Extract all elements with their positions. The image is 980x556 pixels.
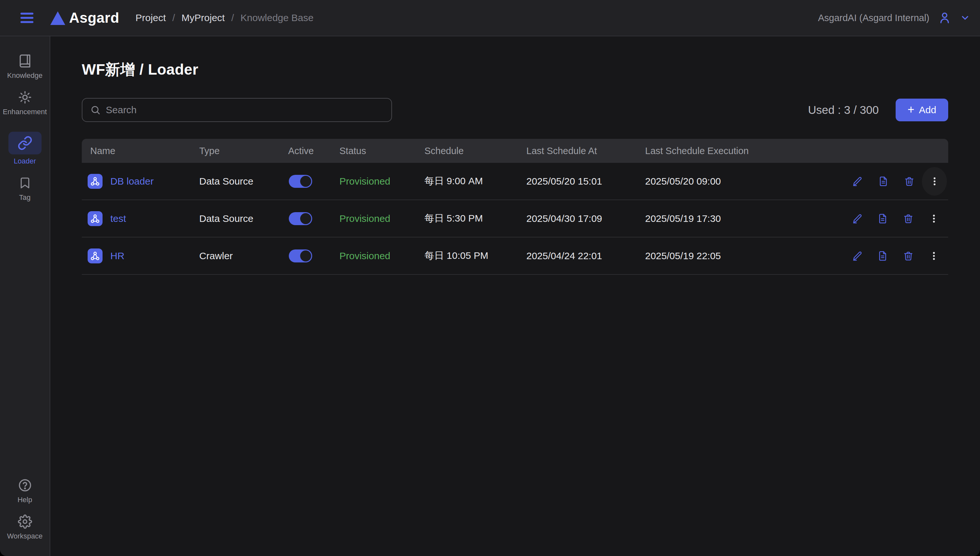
name-cell: HR xyxy=(82,249,199,263)
sidebar-item-loader[interactable]: Loader xyxy=(0,132,50,165)
row-name-link[interactable]: test xyxy=(110,213,126,224)
table-row: HR Crawler Provisioned 每日 10:05 PM 2025/… xyxy=(82,238,948,275)
last-schedule-execution-cell: 2025/05/19 17:30 xyxy=(645,213,851,224)
search-box xyxy=(82,98,392,122)
row-actions xyxy=(851,212,948,226)
hamburger-menu-icon[interactable] xyxy=(21,13,34,23)
breadcrumb-myproject[interactable]: MyProject xyxy=(181,12,225,23)
add-button[interactable]: + Add xyxy=(896,99,948,121)
last-schedule-at-cell: 2025/05/20 15:01 xyxy=(526,176,645,187)
column-header-last-schedule-execution: Last Schedule Execution xyxy=(645,145,851,156)
sidebar-item-label: Enhancement xyxy=(3,108,47,116)
page-title: WF新增 / Loader xyxy=(82,60,948,80)
type-cell: Data Source xyxy=(199,213,288,224)
active-toggle[interactable] xyxy=(289,175,312,188)
loader-knot-icon xyxy=(87,211,102,226)
document-icon[interactable] xyxy=(877,249,888,263)
logo-triangle-icon xyxy=(50,11,65,25)
user-icon[interactable] xyxy=(938,11,951,25)
row-name-link[interactable]: DB loader xyxy=(110,176,154,187)
loader-table: Name Type Active Status Schedule Last Sc… xyxy=(82,139,948,275)
type-cell: Data Source xyxy=(199,176,288,187)
toggle-knob xyxy=(300,251,311,262)
chevron-down-icon[interactable] xyxy=(960,13,970,23)
status-badge: Provisioned xyxy=(340,213,424,224)
kebab-menu-icon[interactable] xyxy=(928,249,940,263)
type-cell: Crawler xyxy=(199,251,288,262)
toolbar: Used : 3 / 300 + Add xyxy=(82,98,948,122)
breadcrumb-project[interactable]: Project xyxy=(136,12,166,23)
search-icon xyxy=(90,105,100,115)
sidebar: Knowledge Enhancement xyxy=(0,36,50,556)
kebab-menu-icon[interactable] xyxy=(928,212,940,226)
logo-text: Asgard xyxy=(69,11,120,25)
search-input[interactable] xyxy=(106,105,383,115)
breadcrumb-knowledge-base: Knowledge Base xyxy=(241,12,314,23)
header-left: Asgard Project / MyProject / Knowledge B… xyxy=(0,11,314,25)
sidebar-item-label: Loader xyxy=(14,157,36,165)
trash-icon[interactable] xyxy=(903,174,915,189)
toggle-knob xyxy=(300,213,311,224)
table-row: test Data Source Provisioned 每日 5:30 PM … xyxy=(82,200,948,238)
edit-pencil-icon[interactable] xyxy=(851,174,863,189)
table-row: DB loader Data Source Provisioned 每日 9:0… xyxy=(82,163,948,200)
link-icon xyxy=(8,132,42,154)
active-toggle[interactable] xyxy=(289,212,312,225)
breadcrumb-separator: / xyxy=(231,12,234,23)
account-label: AsgardAI (Asgard Internal) xyxy=(818,13,929,23)
sidebar-item-label: Workspace xyxy=(7,532,43,540)
sidebar-item-tag[interactable]: Tag xyxy=(0,175,50,202)
active-cell xyxy=(288,212,340,225)
plus-icon: + xyxy=(908,104,914,115)
sidebar-item-help[interactable]: Help xyxy=(0,477,50,504)
kebab-menu-icon[interactable] xyxy=(922,167,947,196)
active-toggle[interactable] xyxy=(289,249,312,262)
edit-pencil-icon[interactable] xyxy=(851,249,863,263)
active-cell xyxy=(288,249,340,262)
row-name-link[interactable]: HR xyxy=(110,251,124,262)
active-cell xyxy=(288,175,340,188)
breadcrumb: Project / MyProject / Knowledge Base xyxy=(136,12,314,23)
last-schedule-at-cell: 2025/04/24 22:01 xyxy=(526,251,645,262)
status-badge: Provisioned xyxy=(340,251,424,262)
app-logo[interactable]: Asgard xyxy=(50,11,120,25)
body-row: Knowledge Enhancement xyxy=(0,36,980,556)
schedule-cell: 每日 10:05 PM xyxy=(424,249,526,262)
trash-icon[interactable] xyxy=(902,212,914,226)
loader-knot-icon xyxy=(87,249,102,263)
document-icon[interactable] xyxy=(877,174,889,189)
usage-counter: Used : 3 / 300 xyxy=(808,103,879,116)
loader-knot-icon xyxy=(87,174,102,189)
last-schedule-execution-cell: 2025/05/20 09:00 xyxy=(645,176,851,187)
row-actions xyxy=(851,249,948,263)
row-actions xyxy=(851,174,948,189)
name-cell: test xyxy=(82,211,199,226)
name-cell: DB loader xyxy=(82,174,199,189)
schedule-cell: 每日 5:30 PM xyxy=(424,212,526,225)
column-header-last-schedule-at: Last Schedule At xyxy=(526,145,645,156)
sidebar-item-label: Help xyxy=(18,496,32,504)
app-window: Asgard Project / MyProject / Knowledge B… xyxy=(0,0,980,556)
last-schedule-at-cell: 2025/04/30 17:09 xyxy=(526,213,645,224)
book-icon xyxy=(18,53,32,69)
column-header-schedule: Schedule xyxy=(424,145,526,156)
main-content: WF新增 / Loader Used : 3 / 300 + Add xyxy=(50,36,980,556)
column-header-type: Type xyxy=(199,145,288,156)
bookmark-icon xyxy=(18,175,31,191)
sidebar-item-label: Knowledge xyxy=(7,71,42,80)
top-header: Asgard Project / MyProject / Knowledge B… xyxy=(0,0,980,36)
trash-icon[interactable] xyxy=(902,249,914,263)
edit-pencil-icon[interactable] xyxy=(851,212,863,226)
table-header-row: Name Type Active Status Schedule Last Sc… xyxy=(82,139,948,163)
toolbar-right: Used : 3 / 300 + Add xyxy=(808,99,948,121)
sidebar-item-knowledge[interactable]: Knowledge xyxy=(0,53,50,80)
sun-icon xyxy=(18,89,32,105)
document-icon[interactable] xyxy=(877,212,888,226)
column-header-active: Active xyxy=(288,145,340,156)
sidebar-item-label: Tag xyxy=(19,193,31,202)
last-schedule-execution-cell: 2025/05/19 22:05 xyxy=(645,251,851,262)
sidebar-item-enhancement[interactable]: Enhancement xyxy=(0,89,50,116)
add-button-label: Add xyxy=(919,105,936,115)
status-badge: Provisioned xyxy=(340,176,424,187)
sidebar-item-workspace[interactable]: Workspace xyxy=(0,514,50,540)
